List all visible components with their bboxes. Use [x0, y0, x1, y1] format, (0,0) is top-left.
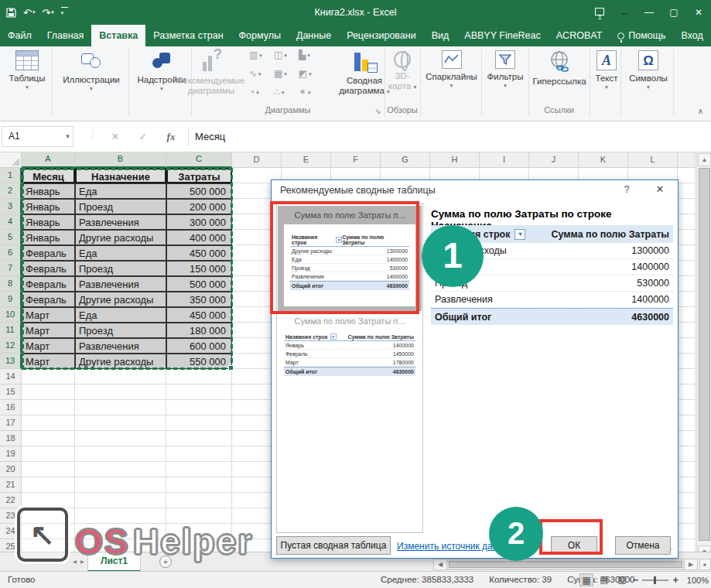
- page-layout-view-icon[interactable]: ▤: [597, 573, 611, 586]
- formula-bar-value[interactable]: Месяц: [195, 126, 225, 147]
- row-header-3[interactable]: 3: [0, 199, 22, 214]
- cell[interactable]: [75, 385, 166, 400]
- page-break-view-icon[interactable]: ▥: [615, 573, 629, 586]
- cell[interactable]: [678, 415, 696, 431]
- combo-chart-icon[interactable]: ◩▾: [299, 68, 320, 79]
- col-header-J[interactable]: J: [529, 152, 579, 168]
- col-header-G[interactable]: G: [381, 152, 430, 168]
- close-icon[interactable]: ✕: [686, 0, 711, 25]
- table-data-cell[interactable]: Февраль: [22, 292, 75, 307]
- cell[interactable]: [75, 431, 166, 446]
- row-header-9[interactable]: 9: [0, 292, 22, 307]
- table-data-cell[interactable]: Развлечения: [75, 338, 166, 354]
- cell[interactable]: [22, 431, 75, 446]
- table-data-cell[interactable]: 450 000: [166, 307, 232, 323]
- table-header-cell[interactable]: Месяц: [22, 168, 75, 183]
- cell[interactable]: [678, 369, 696, 385]
- cell[interactable]: [75, 477, 166, 493]
- table-data-cell[interactable]: 300 000: [166, 214, 232, 230]
- col-header-extra[interactable]: [678, 152, 696, 168]
- filter-dropdown-icon[interactable]: ▾: [336, 237, 342, 243]
- filter-dropdown-icon[interactable]: ▾: [330, 333, 337, 340]
- pivot-preview-1[interactable]: Сумма по полю Затраты п... Названия стро…: [278, 206, 422, 311]
- row-header-12[interactable]: 12: [0, 338, 22, 354]
- table-data-cell[interactable]: Еда: [75, 307, 166, 323]
- scatter-chart-icon[interactable]: ∴▾: [274, 87, 296, 97]
- cell[interactable]: [678, 508, 696, 524]
- dialog-resize-grip[interactable]: ⋰: [665, 547, 673, 557]
- zoom-slider[interactable]: [642, 579, 668, 581]
- scroll-right-icon[interactable]: ▶: [684, 559, 698, 570]
- horizontal-scrollbar[interactable]: [447, 559, 684, 570]
- cell[interactable]: [678, 385, 696, 400]
- text-button[interactable]: A Текст▾: [593, 50, 620, 91]
- col-header-C[interactable]: C: [166, 152, 232, 168]
- table-data-cell[interactable]: Январь: [22, 199, 75, 214]
- cell[interactable]: [678, 323, 696, 338]
- cell[interactable]: [678, 183, 696, 199]
- table-data-cell[interactable]: Февраль: [22, 276, 75, 292]
- cell[interactable]: [678, 493, 696, 508]
- table-data-cell[interactable]: Проезд: [75, 261, 166, 276]
- row-header-1[interactable]: 1: [0, 168, 22, 183]
- cancel-button[interactable]: Отмена: [615, 536, 671, 555]
- cell[interactable]: [678, 400, 696, 415]
- undo-icon[interactable]: ↶▾: [23, 7, 35, 19]
- save-icon[interactable]: [6, 8, 16, 18]
- bar-chart-icon[interactable]: ◫▾: [274, 50, 296, 60]
- recommended-charts-button[interactable]: ? Рекомендуемые диаграммы: [175, 53, 248, 96]
- tab-Вставка[interactable]: Вставка: [91, 25, 145, 46]
- customize-quick-access-icon[interactable]: ▾: [61, 1, 68, 24]
- table-data-cell[interactable]: Еда: [75, 245, 166, 261]
- table-data-cell[interactable]: Еда: [75, 183, 166, 199]
- tab-ABBYY FineReac[interactable]: ABBYY FineReac: [456, 25, 548, 46]
- row-header-7[interactable]: 7: [0, 261, 22, 276]
- table-data-cell[interactable]: Развлечения: [75, 276, 166, 292]
- col-header-B[interactable]: B: [75, 152, 166, 168]
- row-header-6[interactable]: 6: [0, 245, 22, 261]
- maximize-icon[interactable]: ▢: [661, 0, 686, 25]
- hierarchy-chart-icon[interactable]: ▙▾: [299, 50, 320, 60]
- redo-icon[interactable]: ↷▾: [42, 7, 53, 19]
- cell[interactable]: [22, 462, 75, 477]
- tab-Разметка стран[interactable]: Разметка стран: [145, 25, 231, 46]
- table-data-cell[interactable]: Февраль: [22, 245, 75, 261]
- tab-Вид[interactable]: Вид: [424, 25, 457, 46]
- blank-pivot-table-button[interactable]: Пустая сводная таблица: [276, 536, 391, 555]
- col-header-A[interactable]: A: [22, 152, 75, 168]
- row-header-4[interactable]: 4: [0, 214, 22, 230]
- tab-Файл[interactable]: Файл: [0, 25, 39, 46]
- cell[interactable]: [678, 431, 696, 446]
- zoom-in-icon[interactable]: +: [672, 574, 679, 586]
- table-data-cell[interactable]: Январь: [22, 214, 75, 230]
- col-header-K[interactable]: K: [579, 152, 628, 168]
- col-header-F[interactable]: F: [331, 152, 381, 168]
- cell[interactable]: [166, 431, 232, 446]
- row-header-5[interactable]: 5: [0, 230, 22, 245]
- cell[interactable]: [678, 524, 696, 539]
- row-header-18[interactable]: 18: [0, 431, 22, 446]
- zoom-slider-thumb[interactable]: [654, 576, 656, 584]
- table-data-cell[interactable]: Проезд: [75, 323, 166, 338]
- col-header-D[interactable]: D: [232, 152, 282, 168]
- row-header-20[interactable]: 20: [0, 462, 22, 477]
- filter-dropdown-icon[interactable]: ▾: [514, 229, 525, 240]
- table-data-cell[interactable]: Другие расходы: [75, 230, 166, 245]
- scroll-up-icon[interactable]: ▲: [698, 153, 711, 166]
- table-data-cell[interactable]: 500 000: [166, 183, 232, 199]
- horizontal-scroll-thumb[interactable]: [449, 561, 682, 568]
- table-data-cell[interactable]: Февраль: [22, 261, 75, 276]
- cell[interactable]: [75, 446, 166, 462]
- cell[interactable]: [678, 292, 696, 307]
- radar-chart-icon[interactable]: ✶▾: [299, 87, 320, 97]
- tables-button[interactable]: Таблицы▾: [5, 50, 50, 91]
- cell[interactable]: [678, 214, 696, 230]
- cell[interactable]: [678, 477, 696, 493]
- cancel-entry-icon[interactable]: ✕: [104, 126, 127, 147]
- cell[interactable]: [166, 369, 232, 385]
- cell[interactable]: [678, 199, 696, 214]
- cell[interactable]: [678, 354, 696, 369]
- table-data-cell[interactable]: Март: [22, 307, 75, 323]
- sparklines-button[interactable]: Спарклайны▾: [423, 50, 480, 89]
- cell[interactable]: [166, 385, 232, 400]
